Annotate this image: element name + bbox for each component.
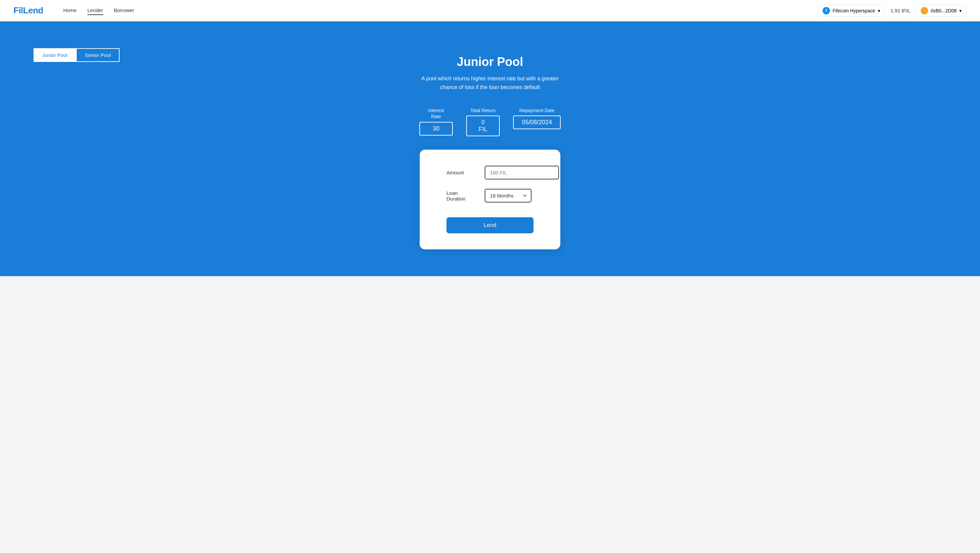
nav-lender[interactable]: Lender bbox=[88, 6, 103, 15]
amount-row: Amount bbox=[447, 166, 533, 180]
header-right: f Filecoin Hyperspace ▾ 1.91 tFIL 0xB0..… bbox=[818, 5, 967, 17]
stats-row: InterestRate 30 Total Return 0FIL Repaym… bbox=[419, 108, 561, 136]
hero-section: Junior Pool Senior Pool Junior Pool A po… bbox=[0, 21, 980, 276]
network-name: Filecoin Hyperspace bbox=[833, 8, 875, 13]
network-selector[interactable]: f Filecoin Hyperspace ▾ bbox=[818, 5, 885, 17]
stat-interest-rate-label: InterestRate bbox=[428, 108, 444, 119]
duration-select[interactable]: 6 Months 12 Months 18 Months 24 Months bbox=[485, 189, 531, 202]
lend-button[interactable]: Lend bbox=[447, 217, 533, 233]
tab-senior-pool[interactable]: Senior Pool bbox=[76, 48, 119, 62]
network-icon: f bbox=[822, 7, 830, 14]
wallet-icon bbox=[921, 7, 928, 14]
amount-label: Amount bbox=[447, 170, 477, 175]
fil-balance: 1.91 tFIL bbox=[891, 8, 910, 13]
form-card: Amount LoanDuration 6 Months 12 Months 1… bbox=[420, 149, 560, 249]
stat-repayment-date: Repayment Date 05/08/2024 bbox=[513, 108, 561, 129]
nav-home[interactable]: Home bbox=[63, 6, 77, 15]
header: FilLend Home Lender Borrower f Filecoin … bbox=[0, 0, 980, 21]
pool-tabs: Junior Pool Senior Pool bbox=[33, 48, 119, 62]
duration-row: LoanDuration 6 Months 12 Months 18 Month… bbox=[447, 189, 533, 202]
stat-interest-rate-value: 30 bbox=[419, 122, 453, 135]
tab-junior-pool[interactable]: Junior Pool bbox=[33, 48, 76, 62]
hero-title: Junior Pool bbox=[457, 55, 523, 69]
stat-interest-rate: InterestRate 30 bbox=[419, 108, 453, 135]
amount-input[interactable] bbox=[485, 166, 559, 180]
logo: FilLend bbox=[13, 5, 43, 16]
duration-label: LoanDuration bbox=[447, 190, 477, 202]
stat-repayment-date-value: 05/08/2024 bbox=[513, 116, 561, 129]
stat-total-return-value: 0FIL bbox=[466, 116, 500, 136]
network-chevron: ▾ bbox=[878, 8, 880, 13]
stat-repayment-date-label: Repayment Date bbox=[519, 108, 554, 113]
page-wrapper: FilLend Home Lender Borrower f Filecoin … bbox=[0, 0, 980, 276]
hero-subtitle: A pool which returns higher interest rat… bbox=[420, 74, 560, 91]
wallet-address-text: 0xB0...2D08 bbox=[931, 8, 956, 13]
stat-total-return: Total Return 0FIL bbox=[466, 108, 500, 136]
nav-borrower[interactable]: Borrower bbox=[114, 6, 134, 15]
wallet-chevron: ▾ bbox=[959, 8, 962, 13]
nav: Home Lender Borrower bbox=[63, 6, 804, 15]
wallet-address[interactable]: 0xB0...2D08 ▾ bbox=[916, 5, 967, 17]
stat-total-return-label: Total Return bbox=[470, 108, 495, 113]
